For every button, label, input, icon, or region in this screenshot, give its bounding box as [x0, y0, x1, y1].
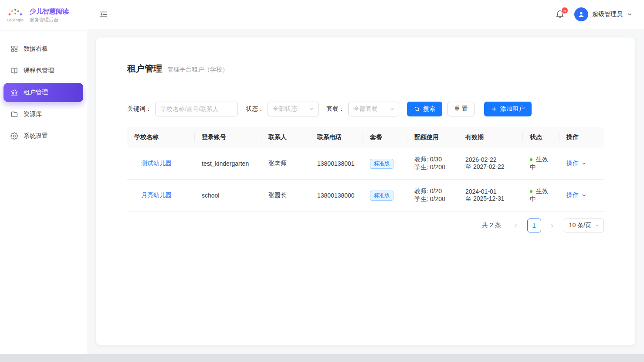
main-column: 5 超级管理员 租户管理 管理平台租户（学校） [87, 0, 644, 354]
pagination: 共 2 条 1 10 条/页 [127, 219, 604, 232]
quota-cell: 教师: 0/30 学生: 0/200 [407, 148, 458, 180]
sidebar-collapse-icon[interactable] [98, 9, 109, 20]
reset-button[interactable]: 重 置 [447, 102, 475, 116]
status-label: 状态： [246, 105, 264, 113]
col-header-phone: 联系电话 [310, 127, 363, 148]
dashboard-grid-icon [10, 45, 18, 53]
validity-end: 至 2027-02-22 [465, 163, 516, 171]
sidebar-item-resources[interactable]: 资源库 [3, 105, 83, 124]
keyword-label: 关键词： [127, 105, 152, 113]
top-header: 5 超级管理员 [87, 0, 644, 29]
sidebar-item-label: 数据看板 [24, 45, 48, 53]
contact-cell: 张老师 [261, 148, 310, 180]
logo-brand-text: LeSingle [7, 18, 24, 22]
quota-cell: 教师: 0/20 学生: 0/200 [407, 180, 458, 212]
next-page-icon[interactable] [546, 219, 559, 232]
quota-teachers: 教师: 0/20 [414, 188, 451, 195]
quota-students: 学生: 0/200 [414, 195, 451, 203]
validity-cell: 2026-02-22 至 2027-02-22 [458, 148, 523, 180]
chevron-down-icon [581, 193, 586, 198]
user-avatar [574, 7, 588, 21]
sidebar-item-settings[interactable]: 系统设置 [3, 126, 83, 146]
total-count-text: 共 2 条 [482, 222, 501, 229]
quota-students: 学生: 0/200 [414, 164, 451, 171]
plus-icon [491, 106, 497, 112]
keyword-input[interactable] [155, 102, 238, 116]
logo-dots-icon [7, 8, 24, 17]
brand-logo-mark: LeSingle [5, 8, 25, 22]
sidebar-menu: 数据看板 课程包管理 租户管理 资源库 [0, 31, 87, 154]
col-header-contact: 联系人 [261, 127, 310, 148]
account-cell: school [195, 180, 261, 212]
col-header-actions: 操作 [559, 127, 604, 148]
chevron-down-icon [594, 223, 600, 228]
page-number-button[interactable]: 1 [527, 219, 541, 232]
plan-badge: 标准版 [370, 191, 393, 201]
chevron-down-icon [581, 161, 586, 166]
validity-cell: 2024-01-01 至 2025-12-31 [458, 180, 523, 212]
validity-start: 2024-01-01 [465, 188, 516, 195]
brand-logo: LeSingle 少儿智慧阅读 服务管理后台 [0, 0, 87, 31]
page-title: 租户管理 [127, 63, 162, 75]
contact-cell: 张园长 [261, 180, 310, 212]
status-dot [530, 190, 532, 193]
page-subtitle: 管理平台租户（学校） [167, 66, 228, 74]
book-icon [10, 67, 18, 75]
page-size-select[interactable]: 10 条/页 [564, 219, 604, 232]
col-header-account: 登录账号 [195, 127, 261, 148]
filter-bar: 关键词： 状态： 全部状态 套餐： [127, 102, 604, 116]
table-row: 月亮幼儿园 school 张园长 13800138000 标准版 教师: 0/2… [127, 180, 604, 212]
sidebar-item-course-packages[interactable]: 课程包管理 [3, 61, 83, 80]
app-title: 少儿智慧阅读 [30, 7, 69, 16]
account-cell: test_kindergarten [195, 148, 261, 180]
status-text: 生效中 [530, 188, 548, 202]
search-button[interactable]: 搜索 [407, 102, 442, 116]
col-header-school: 学校名称 [127, 127, 195, 148]
tenant-table-body: 测试幼儿园 test_kindergarten 张老师 13800138001 … [127, 148, 604, 212]
row-actions-dropdown[interactable]: 操作 [566, 191, 586, 199]
school-name-link[interactable]: 月亮幼儿园 [141, 191, 172, 198]
prev-page-icon[interactable] [509, 219, 523, 232]
tenant-management-card: 租户管理 管理平台租户（学校） 关键词： 状态： 全部状态 [96, 38, 635, 345]
phone-cell: 13800138001 [310, 148, 363, 180]
chevron-down-icon [627, 11, 633, 17]
validity-end: 至 2025-12-31 [465, 195, 516, 203]
tenant-table: 学校名称 登录账号 联系人 联系电话 套餐 配额使用 有效期 状态 操作 测试 [127, 127, 604, 212]
table-row: 测试幼儿园 test_kindergarten 张老师 13800138001 … [127, 148, 604, 180]
col-header-quota: 配额使用 [407, 127, 458, 148]
validity-start: 2026-02-22 [465, 156, 516, 163]
content-area: 租户管理 管理平台租户（学校） 关键词： 状态： 全部状态 [87, 29, 644, 354]
add-tenant-button[interactable]: 添加租户 [484, 102, 532, 116]
quota-teachers: 教师: 0/30 [414, 156, 451, 164]
sidebar-item-tenants[interactable]: 租户管理 [3, 83, 83, 102]
phone-cell: 13800138000 [310, 180, 363, 212]
row-actions-dropdown[interactable]: 操作 [566, 160, 586, 167]
notification-count-badge: 5 [561, 7, 568, 14]
sidebar: LeSingle 少儿智慧阅读 服务管理后台 数据看板 课程包管理 [0, 0, 87, 354]
notification-bell-icon[interactable]: 5 [555, 10, 565, 19]
sidebar-item-label: 系统设置 [24, 132, 48, 140]
user-menu[interactable]: 超级管理员 [574, 7, 633, 21]
status-select[interactable]: 全部状态 [268, 102, 319, 116]
col-header-plan: 套餐 [363, 127, 407, 148]
plan-label: 套餐： [326, 105, 345, 113]
chevron-down-icon [309, 106, 314, 112]
col-header-status: 状态 [523, 127, 559, 148]
plan-select[interactable]: 全部套餐 [348, 102, 399, 116]
status-cell: 生效中 [523, 148, 559, 180]
folder-icon [10, 110, 18, 118]
bank-building-icon [10, 89, 18, 96]
school-name-link[interactable]: 测试幼儿园 [141, 160, 172, 167]
sidebar-item-label: 租户管理 [24, 89, 48, 96]
gear-icon [10, 132, 18, 140]
user-name: 超级管理员 [592, 10, 623, 18]
col-header-validity: 有效期 [458, 127, 523, 148]
search-icon [414, 106, 420, 112]
status-dot [530, 158, 532, 161]
sidebar-item-label: 资源库 [24, 110, 42, 118]
status-cell: 生效中 [523, 180, 559, 212]
sidebar-item-label: 课程包管理 [24, 67, 54, 75]
sidebar-item-dashboard[interactable]: 数据看板 [3, 39, 83, 58]
app-subtitle: 服务管理后台 [30, 17, 69, 23]
table-header-row: 学校名称 登录账号 联系人 联系电话 套餐 配额使用 有效期 状态 操作 [127, 127, 604, 148]
